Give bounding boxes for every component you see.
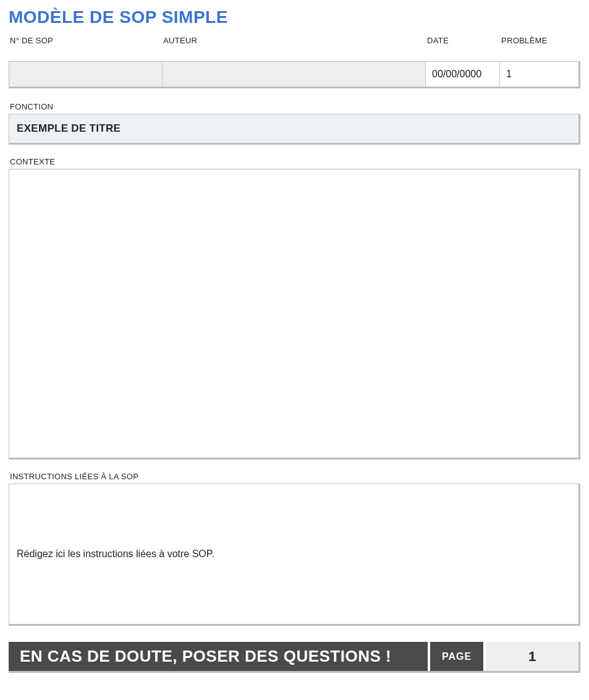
contexte-box[interactable] <box>9 169 580 459</box>
fonction-box[interactable]: EXEMPLE DE TITRE <box>9 114 580 145</box>
instructions-value: Rédigez ici les instructions liées à vot… <box>17 548 214 560</box>
label-sop-no: N° DE SOP <box>10 36 162 45</box>
info-header-row: N° DE SOP AUTEUR DATE PROBLÈME 00/00/000… <box>9 36 580 88</box>
page-title: MODÈLE DE SOP SIMPLE <box>9 7 580 27</box>
cell-sop-no[interactable] <box>9 62 163 87</box>
label-problem: PROBLÈME <box>501 36 580 45</box>
label-fonction: FONCTION <box>10 102 580 111</box>
footer-page-label: PAGE <box>430 642 486 671</box>
section-fonction: FONCTION EXEMPLE DE TITRE <box>9 102 580 145</box>
label-author: AUTEUR <box>163 36 426 45</box>
footer-bar: EN CAS DE DOUTE, POSER DES QUESTIONS ! P… <box>9 642 580 673</box>
footer-page-number: 1 <box>486 642 578 671</box>
label-instructions: INSTRUCTIONS LIÉES À LA SOP <box>10 472 580 481</box>
info-cells: 00/00/0000 1 <box>9 61 580 88</box>
cell-author[interactable] <box>163 62 426 87</box>
section-instructions: INSTRUCTIONS LIÉES À LA SOP Rédigez ici … <box>9 472 580 626</box>
fonction-value: EXEMPLE DE TITRE <box>17 122 121 135</box>
label-contexte: CONTEXTE <box>10 157 580 166</box>
instructions-box[interactable]: Rédigez ici les instructions liées à vot… <box>9 484 580 626</box>
label-date: DATE <box>427 36 500 45</box>
footer-message: EN CAS DE DOUTE, POSER DES QUESTIONS ! <box>9 642 430 671</box>
cell-problem[interactable]: 1 <box>500 62 578 87</box>
section-contexte: CONTEXTE <box>9 157 580 459</box>
cell-date[interactable]: 00/00/0000 <box>426 62 500 87</box>
